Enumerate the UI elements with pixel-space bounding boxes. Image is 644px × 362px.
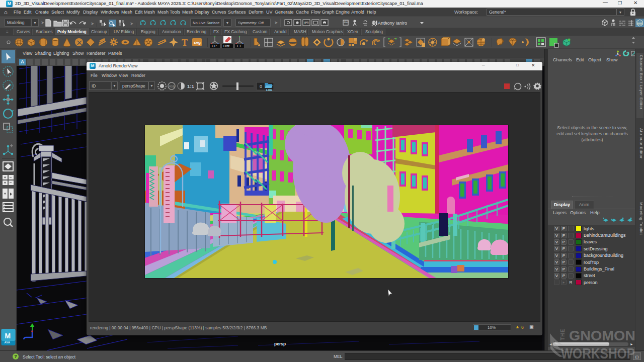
svg-text:M: M (5, 332, 11, 340)
svg-text:AYA: AYA (5, 341, 11, 344)
svg-text:CP: CP (212, 44, 217, 48)
svg-text:0: 0 (260, 84, 262, 89)
svg-text:➤: ➤ (91, 21, 95, 26)
svg-text:RGB: RGB (169, 85, 175, 88)
svg-text:Anthony Ianiro: Anthony Ianiro (378, 21, 407, 26)
svg-text:IPR: IPR (304, 21, 309, 24)
svg-text:T: T (182, 38, 188, 48)
svg-text:svg: svg (194, 40, 201, 45)
svg-text:➤: ➤ (130, 21, 134, 26)
svg-text:LOG: LOG (266, 88, 272, 92)
svg-text:Hist: Hist (223, 44, 229, 48)
svg-text:1:1: 1:1 (187, 83, 194, 89)
svg-text:1322: 1322 (344, 21, 349, 23)
svg-text:FT: FT (237, 44, 242, 48)
